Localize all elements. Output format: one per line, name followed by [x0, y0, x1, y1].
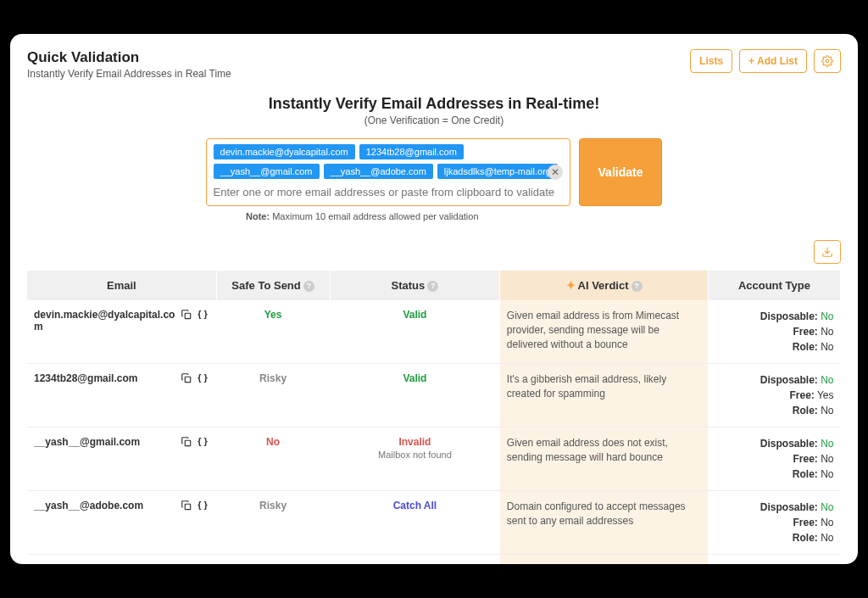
- hero-section: Instantly Verify Email Addresses in Real…: [27, 95, 841, 126]
- safe-value: Risky: [259, 500, 287, 511]
- results-table: Email Safe To Send? Status? ✦AI Verdict?…: [27, 271, 841, 564]
- safe-value: Risky: [259, 372, 287, 384]
- col-header-email: Email: [27, 271, 216, 300]
- col-header-ai: ✦AI Verdict?: [500, 271, 708, 300]
- email-value: __yash__@adobe.com: [34, 500, 175, 511]
- account-type-block: Disposable: NoFree: NoRole: No: [715, 436, 833, 482]
- svg-rect-4: [185, 440, 190, 445]
- copy-icon[interactable]: [181, 500, 192, 510]
- status-value: Valid: [337, 309, 493, 321]
- email-value: devin.mackie@dyalcapital.com: [34, 309, 175, 333]
- validate-button[interactable]: Validate: [579, 138, 663, 206]
- status-value: Catch All: [337, 500, 493, 511]
- page-title: Quick Validation: [27, 49, 231, 66]
- table-row: ljkadsdlks@temp-mail.org{ }NoCatch AllIt…: [27, 555, 841, 564]
- col-header-status: Status?: [330, 271, 500, 300]
- clear-input-button[interactable]: ✕: [548, 165, 563, 180]
- ai-verdict-text: It's a disposable email address, not adv…: [507, 563, 701, 564]
- email-tag-input[interactable]: devin.mackie@dyalcapital.com1234tb28@gma…: [206, 138, 570, 206]
- page-header: Quick Validation Instantly Verify Email …: [27, 49, 841, 80]
- svg-point-0: [826, 59, 829, 63]
- free-value: Yes: [817, 389, 834, 401]
- email-value: __yash__@gmail.com: [34, 436, 175, 448]
- free-value: No: [821, 517, 833, 528]
- input-note: Note: Maximum 10 email address allowed p…: [246, 211, 841, 221]
- gear-icon: [821, 55, 833, 67]
- note-label: Note:: [246, 211, 270, 221]
- header-left: Quick Validation Instantly Verify Email …: [27, 49, 231, 80]
- close-icon: ✕: [551, 166, 559, 178]
- email-tag[interactable]: ljkadsdlks@temp-mail.org: [437, 164, 558, 179]
- role-label: Role:: [793, 341, 818, 353]
- role-value: No: [821, 405, 833, 416]
- disposable-label: Disposable:: [760, 501, 818, 513]
- app-window: Quick Validation Instantly Verify Email …: [10, 34, 858, 564]
- account-type-block: Disposable: YesFree: NoRole: No: [715, 563, 833, 564]
- table-row: devin.mackie@dyalcapital.com{ }YesValidG…: [27, 300, 841, 364]
- table-header-row: Email Safe To Send? Status? ✦AI Verdict?…: [27, 271, 841, 300]
- disposable-value: No: [821, 310, 833, 322]
- page-subtitle: Instantly Verify Email Addresses in Real…: [27, 68, 231, 80]
- table-row: __yash__@gmail.com{ }NoInvalidMailbox no…: [27, 428, 841, 491]
- copy-icon[interactable]: [181, 563, 192, 564]
- free-label: Free:: [789, 389, 814, 401]
- role-label: Role:: [793, 532, 818, 544]
- download-row: [27, 240, 841, 264]
- account-type-block: Disposable: NoFree: NoRole: No: [715, 309, 833, 355]
- email-tag[interactable]: __yash__@adobe.com: [324, 164, 433, 179]
- info-icon[interactable]: ?: [303, 281, 314, 292]
- free-label: Free:: [793, 517, 817, 528]
- input-row: devin.mackie@dyalcapital.com1234tb28@gma…: [27, 138, 841, 206]
- json-icon[interactable]: { }: [198, 563, 209, 564]
- free-label: Free:: [793, 453, 817, 465]
- download-button[interactable]: [814, 240, 841, 264]
- role-label: Role:: [793, 468, 818, 480]
- ai-verdict-text: Domain configured to accept messages sen…: [507, 500, 701, 528]
- disposable-value: No: [821, 374, 833, 386]
- role-value: No: [821, 341, 833, 353]
- table-row: __yash__@adobe.com{ }RiskyCatch AllDomai…: [27, 491, 841, 555]
- ai-verdict-text: Given email address is from Mimecast pro…: [507, 309, 701, 351]
- disposable-label: Disposable:: [760, 438, 818, 450]
- free-label: Free:: [793, 326, 817, 338]
- disposable-label: Disposable:: [760, 374, 818, 386]
- copy-icon[interactable]: [181, 309, 192, 319]
- lists-button[interactable]: Lists: [690, 49, 732, 73]
- email-tag[interactable]: __yash__@gmail.com: [214, 164, 320, 179]
- svg-rect-2: [185, 313, 190, 318]
- email-value: 1234tb28@gmail.com: [34, 372, 175, 384]
- add-list-button[interactable]: + Add List: [739, 49, 807, 73]
- json-icon[interactable]: { }: [198, 309, 209, 319]
- disposable-value: No: [821, 501, 833, 513]
- email-tag[interactable]: devin.mackie@dyalcapital.com: [214, 144, 355, 159]
- email-input[interactable]: [214, 184, 563, 200]
- safe-value: No: [266, 563, 280, 564]
- json-icon[interactable]: { }: [198, 500, 209, 510]
- role-value: No: [821, 468, 833, 480]
- hero-headline: Instantly Verify Email Addresses in Real…: [27, 95, 841, 113]
- account-type-block: Disposable: NoFree: YesRole: No: [715, 372, 833, 418]
- svg-rect-5: [185, 504, 190, 509]
- status-value: Valid: [337, 372, 493, 384]
- col-header-safe: Safe To Send?: [216, 271, 330, 300]
- info-icon[interactable]: ?: [632, 281, 643, 292]
- header-buttons: Lists + Add List: [690, 49, 841, 73]
- copy-icon[interactable]: [181, 372, 192, 383]
- free-value: No: [821, 326, 833, 338]
- json-icon[interactable]: { }: [198, 436, 209, 446]
- email-tags: devin.mackie@dyalcapital.com1234tb28@gma…: [214, 144, 563, 179]
- col-header-type: Account Type: [708, 271, 840, 300]
- sparkle-icon: ✦: [566, 279, 576, 292]
- settings-button[interactable]: [814, 49, 841, 73]
- email-tag[interactable]: 1234tb28@gmail.com: [359, 144, 464, 159]
- role-value: No: [821, 532, 833, 544]
- table-row: 1234tb28@gmail.com{ }RiskyValidIt's a gi…: [27, 364, 841, 428]
- email-value: ljkadsdlks@temp-mail.org: [34, 563, 175, 564]
- info-icon[interactable]: ?: [427, 281, 438, 292]
- note-text: Maximum 10 email address allowed per val…: [270, 211, 478, 221]
- json-icon[interactable]: { }: [198, 372, 209, 383]
- ai-verdict-text: Given email address does not exist, send…: [507, 436, 701, 465]
- copy-icon[interactable]: [181, 436, 192, 446]
- safe-value: No: [266, 436, 280, 448]
- disposable-label: Disposable:: [760, 310, 818, 322]
